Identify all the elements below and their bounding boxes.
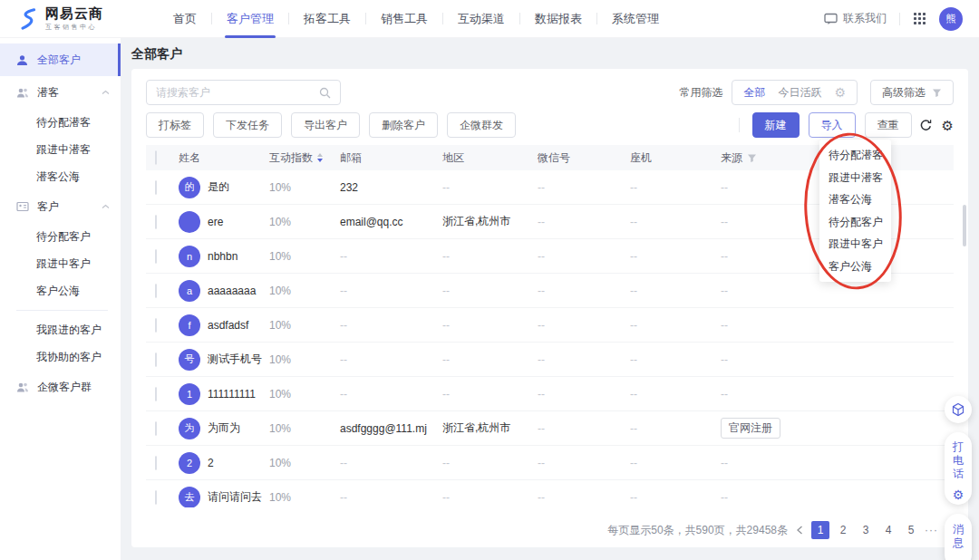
- page-number-3[interactable]: 3: [857, 521, 875, 539]
- search-input[interactable]: [156, 86, 319, 99]
- import-menu-item-2[interactable]: 潜客公海: [819, 188, 891, 211]
- column-header-2[interactable]: 邮箱: [340, 150, 442, 166]
- quick-filter-today-active[interactable]: 今日活跃: [778, 85, 821, 101]
- call-settings-gear-icon[interactable]: ⚙: [953, 488, 964, 501]
- sidebar-item-9[interactable]: 我跟进的客户: [0, 316, 121, 343]
- table-scrollbar[interactable]: [963, 205, 966, 246]
- landline-cell: --: [630, 319, 721, 332]
- nav-item-6[interactable]: 系统管理: [597, 0, 674, 38]
- sidebar-item-8[interactable]: 客户公海: [0, 277, 121, 304]
- bulk-button-4[interactable]: 企微群发: [447, 112, 516, 138]
- page-number-4[interactable]: 4: [879, 521, 897, 539]
- chevron-up-icon[interactable]: [102, 90, 110, 95]
- bulk-button-0[interactable]: 打标签: [146, 112, 204, 138]
- dedupe-button[interactable]: 查重: [865, 112, 912, 138]
- table-row[interactable]: 为为而为10%asdfgggg@111.mj浙江省,杭州市----官网注册: [146, 411, 954, 446]
- quick-filter-all[interactable]: 全部: [743, 85, 765, 101]
- table-row[interactable]: 111111111110%----------: [146, 377, 954, 411]
- usergroup-icon: [16, 381, 30, 393]
- row-checkbox[interactable]: [155, 215, 157, 229]
- import-menu-item-5[interactable]: 客户公海: [819, 256, 891, 278]
- customer-name[interactable]: 2: [208, 457, 214, 469]
- filter-gear-icon[interactable]: ⚙: [834, 86, 846, 99]
- import-button[interactable]: 导入: [809, 112, 856, 138]
- column-label: 邮箱: [340, 150, 362, 166]
- row-checkbox[interactable]: [155, 249, 157, 264]
- import-menu-item-0[interactable]: 待分配潜客: [819, 144, 891, 167]
- import-menu-item-4[interactable]: 跟进中客户: [819, 233, 891, 256]
- customer-name[interactable]: 111111111: [208, 388, 256, 401]
- user-avatar[interactable]: 熊: [939, 7, 963, 31]
- nav-item-4[interactable]: 互动渠道: [443, 0, 519, 38]
- refresh-icon[interactable]: [919, 119, 933, 132]
- customer-name[interactable]: nbhbn: [208, 250, 237, 263]
- column-header-5[interactable]: 座机: [630, 150, 721, 166]
- sidebar-item-5[interactable]: 客户: [0, 190, 121, 223]
- floating-call-button[interactable]: 打电话 ⚙: [945, 432, 972, 505]
- table-row[interactable]: 2210%----------: [146, 446, 954, 480]
- create-button[interactable]: 新建: [752, 112, 800, 138]
- sidebar-item-10[interactable]: 我协助的客户: [0, 343, 121, 371]
- column-filter-icon[interactable]: [747, 153, 757, 163]
- customer-name[interactable]: 为而为: [208, 420, 240, 436]
- customer-search-box[interactable]: [146, 80, 341, 105]
- sort-icon[interactable]: [317, 153, 323, 162]
- row-checkbox[interactable]: [155, 318, 157, 333]
- page-ellipsis[interactable]: ···: [925, 524, 938, 536]
- bulk-button-3[interactable]: 删除客户: [369, 112, 438, 138]
- nav-item-1[interactable]: 客户管理: [212, 0, 288, 38]
- divider: [739, 118, 740, 132]
- row-checkbox[interactable]: [155, 387, 157, 401]
- sidebar-item-11[interactable]: 企微客户群: [0, 371, 121, 403]
- row-checkbox[interactable]: [155, 490, 157, 505]
- search-icon[interactable]: [319, 87, 331, 99]
- table-row[interactable]: fasdfadsf10%----------: [146, 308, 954, 343]
- page-number-5[interactable]: 5: [902, 521, 920, 539]
- page-number-2[interactable]: 2: [834, 521, 852, 539]
- column-header-4[interactable]: 微信号: [538, 150, 630, 166]
- column-header-3[interactable]: 地区: [442, 150, 538, 166]
- sidebar-item-6[interactable]: 待分配客户: [0, 223, 121, 250]
- table-row[interactable]: 号测试手机号10%----------: [146, 343, 954, 377]
- table-row[interactable]: 去请问请问去10%----------: [146, 480, 954, 507]
- customer-name[interactable]: asdfadsf: [208, 319, 248, 332]
- sidebar-item-7[interactable]: 跟进中客户: [0, 250, 121, 277]
- customer-name[interactable]: aaaaaaaa: [208, 285, 256, 297]
- apps-grid-icon[interactable]: [913, 12, 926, 25]
- row-checkbox[interactable]: [155, 456, 157, 470]
- toolbar-row: 打标签下发任务导出客户删除客户企微群发 新建 导入 查重 ⚙: [146, 112, 954, 138]
- import-menu-item-1[interactable]: 跟进中潜客: [819, 167, 891, 189]
- sidebar-item-2[interactable]: 待分配潜客: [0, 109, 121, 136]
- bulk-button-1[interactable]: 下发任务: [213, 112, 282, 138]
- sidebar-item-0[interactable]: 全部客户: [0, 43, 121, 76]
- contact-us-button[interactable]: 联系我们: [824, 11, 887, 26]
- wechat-cell: --: [538, 319, 630, 332]
- customer-name[interactable]: 请问请问去: [208, 489, 262, 505]
- nav-item-3[interactable]: 销售工具: [366, 0, 442, 38]
- sidebar-item-4[interactable]: 潜客公海: [0, 163, 121, 190]
- customer-name[interactable]: 测试手机号: [208, 352, 262, 367]
- row-checkbox[interactable]: [155, 421, 157, 436]
- select-all-checkbox[interactable]: [155, 150, 157, 165]
- row-checkbox[interactable]: [155, 284, 157, 298]
- advanced-filter-button[interactable]: 高级筛选: [870, 80, 954, 105]
- floating-message-button[interactable]: 消息: [945, 514, 972, 560]
- row-checkbox[interactable]: [155, 352, 157, 367]
- page-number-1[interactable]: 1: [811, 521, 829, 539]
- nav-item-5[interactable]: 数据报表: [520, 0, 596, 38]
- table-settings-gear-icon[interactable]: ⚙: [942, 119, 954, 132]
- chevron-up-icon[interactable]: [102, 204, 110, 209]
- row-checkbox[interactable]: [155, 180, 157, 195]
- column-header-1[interactable]: 互动指数: [269, 150, 340, 166]
- bulk-button-2[interactable]: 导出客户: [291, 112, 360, 138]
- sidebar-item-3[interactable]: 跟进中潜客: [0, 136, 121, 163]
- floating-cube-button[interactable]: [945, 396, 972, 423]
- nav-item-2[interactable]: 拓客工具: [289, 0, 365, 38]
- customer-name[interactable]: 是的: [208, 179, 229, 195]
- import-menu-item-3[interactable]: 待分配客户: [819, 211, 891, 234]
- sidebar-item-1[interactable]: 潜客: [0, 76, 121, 109]
- customer-name[interactable]: ere: [208, 216, 223, 228]
- nav-item-0[interactable]: 首页: [159, 0, 211, 38]
- column-header-0[interactable]: 姓名: [179, 150, 269, 166]
- prev-page-icon[interactable]: [796, 526, 803, 535]
